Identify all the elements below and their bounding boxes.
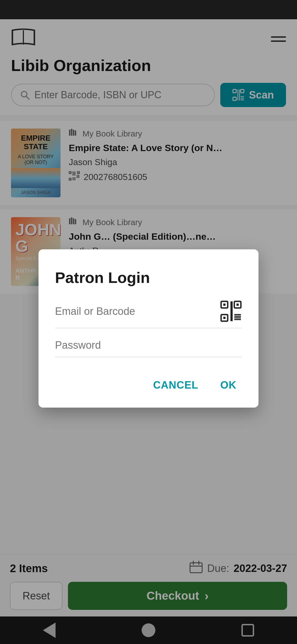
ok-button[interactable]: OK	[215, 376, 242, 394]
dialog-buttons: CANCEL OK	[55, 376, 242, 394]
email-row	[55, 300, 242, 328]
email-input[interactable]	[55, 305, 220, 317]
cancel-button[interactable]: CANCEL	[148, 376, 204, 394]
svg-rect-38	[223, 317, 226, 319]
svg-rect-36	[223, 304, 226, 306]
svg-rect-37	[237, 304, 239, 306]
dialog-title: Patron Login	[55, 269, 242, 286]
qr-scan-icon[interactable]	[220, 300, 242, 322]
password-input[interactable]	[55, 337, 242, 357]
patron-login-dialog: Patron Login CANCEL O	[38, 249, 258, 408]
status-bar	[0, 0, 297, 19]
